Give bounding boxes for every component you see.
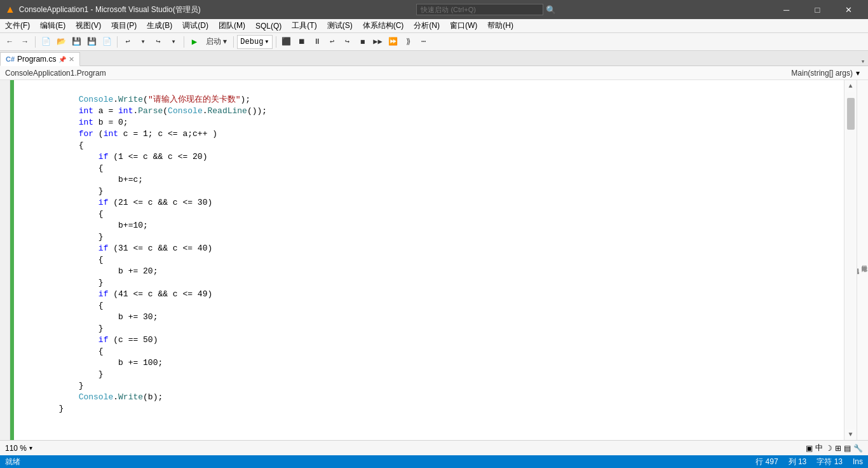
status-text: 就绪 <box>5 457 20 467</box>
toolbar-separator-4 <box>233 36 234 48</box>
menu-edit[interactable]: 编辑(E) <box>35 19 71 33</box>
right-panel: ▲ ▼ <box>844 80 857 440</box>
icon-1[interactable]: ▣ <box>806 444 813 453</box>
icon-3[interactable]: ☽ <box>825 444 832 453</box>
breadcrumb-bar: ConsoleApplication1.Program Main(string[… <box>0 66 868 80</box>
toolbar-separator-5 <box>276 36 276 48</box>
main-area: Console.Write("请输入你现在的关卡数"); int a = int… <box>0 80 868 440</box>
toolbar-btn-f[interactable]: ◼ <box>356 35 370 49</box>
search-icon[interactable]: 🔍 <box>546 5 556 15</box>
toolbar-btn5[interactable]: 📄 <box>100 35 114 49</box>
menu-view[interactable]: 视图(V) <box>71 19 106 33</box>
debug-dropdown-arrow[interactable]: ▾ <box>264 37 269 46</box>
toolbar-btn-b[interactable]: ⏹ <box>295 35 309 49</box>
minimize-button[interactable]: ─ <box>772 0 801 19</box>
code-line-5: { <box>19 141 83 150</box>
titlebar: ▲ ConsoleApplication1 - Microsoft Visual… <box>0 0 868 19</box>
scroll-down-button[interactable]: ▼ <box>845 429 857 440</box>
col-indicator: 列 13 <box>789 457 807 467</box>
tab-scroll-right[interactable]: ▾ <box>858 57 868 65</box>
code-line-17: } <box>19 278 104 287</box>
code-editor[interactable]: Console.Write("请输入你现在的关卡数"); int a = int… <box>14 80 844 440</box>
code-line-22: if (c == 50) <box>19 335 158 345</box>
breadcrumb-scroll[interactable]: ▾ <box>853 69 863 78</box>
redo-button[interactable]: ↪ <box>151 35 165 49</box>
code-line-23: { <box>19 347 104 356</box>
tab-label: Program.cs <box>17 55 56 64</box>
tab-program-cs[interactable]: C# Program.cs 📌 ✕ <box>0 52 80 66</box>
breadcrumb-left[interactable]: ConsoleApplication1.Program <box>5 69 398 78</box>
restore-button[interactable]: □ <box>803 0 832 19</box>
menu-build[interactable]: 生成(B) <box>142 19 177 33</box>
toolbar-btn-i[interactable]: ⟫ <box>402 35 416 49</box>
menu-team[interactable]: 团队(M) <box>214 19 250 33</box>
undo-button[interactable]: ↩ <box>121 35 135 49</box>
tabbar: C# Program.cs 📌 ✕ ▾ <box>0 51 868 66</box>
zoom-value: 110 % <box>5 444 27 453</box>
start-label[interactable]: 启动 ▾ <box>203 35 230 49</box>
tab-pin-icon[interactable]: 📌 <box>58 56 66 63</box>
menu-analyze[interactable]: 分析(N) <box>409 19 445 33</box>
forward-button[interactable]: → <box>18 35 32 49</box>
close-button[interactable]: ✕ <box>834 0 863 19</box>
ins-mode: Ins <box>853 457 863 466</box>
icon-4[interactable]: ⊞ <box>835 444 841 453</box>
new-project-button[interactable]: 📄 <box>39 35 53 49</box>
menu-tools[interactable]: 工具(T) <box>287 19 322 33</box>
zoom-dropdown-icon[interactable]: ▾ <box>29 444 32 451</box>
code-line-4: for (int c = 1; c <= a;c++ ) <box>19 129 217 139</box>
menu-test[interactable]: 测试(S) <box>322 19 358 33</box>
breadcrumb-right[interactable]: Main(string[] args) <box>791 69 853 78</box>
toolbar-btn-d[interactable]: ↩ <box>325 35 339 49</box>
code-line-1: Console.Write("请输入你现在的关卡数"); <box>19 95 250 104</box>
open-button[interactable]: 📂 <box>54 35 68 49</box>
menu-help[interactable]: 帮助(H) <box>482 19 519 33</box>
icon-5[interactable]: ▤ <box>844 444 851 453</box>
toolbar-btn-h[interactable]: ⏩ <box>386 35 400 49</box>
code-line-7: { <box>19 163 104 173</box>
tab-close-button[interactable]: ✕ <box>69 55 74 64</box>
code-line-25: } <box>19 369 104 379</box>
quick-launch-input[interactable] <box>416 4 543 15</box>
menu-file[interactable]: 文件(F) <box>0 19 35 33</box>
toolbar-separator-2 <box>117 36 118 48</box>
save-all-button[interactable]: 💾 <box>85 35 98 49</box>
code-line-6: if (1 <= c && c <= 20) <box>19 152 207 162</box>
toolbar-btn-j[interactable]: ⋯ <box>417 35 431 49</box>
toolbar-btn-a[interactable]: ⬛ <box>280 35 294 49</box>
menu-project[interactable]: 项目(P) <box>106 19 142 33</box>
redo-dropdown[interactable]: ▾ <box>166 35 180 49</box>
code-line-12: b+=10; <box>19 221 148 230</box>
tab-cs-icon: C# <box>6 55 15 63</box>
code-line-19: { <box>19 301 104 310</box>
code-line-18: if (41 <= c && c <= 49) <box>19 289 212 299</box>
scroll-up-button[interactable]: ▲ <box>845 80 857 92</box>
menu-sql[interactable]: SQL(Q) <box>250 19 287 33</box>
scrollbar-thumb[interactable] <box>847 98 855 130</box>
save-button[interactable]: 💾 <box>69 35 83 49</box>
zoom-area: 110 % ▾ <box>5 444 32 453</box>
menu-window[interactable]: 窗口(W) <box>445 19 482 33</box>
icon-6[interactable]: 🔧 <box>853 444 863 453</box>
menu-debug[interactable]: 调试(D) <box>177 19 214 33</box>
statusbar-right: 行 497 列 13 字符 13 Ins <box>756 457 863 467</box>
back-button[interactable]: ← <box>3 35 17 49</box>
vertical-scrollbar[interactable] <box>846 92 855 429</box>
toolbar-separator-3 <box>184 36 184 48</box>
editor-wrapper: Console.Write("请输入你现在的关卡数"); int a = int… <box>14 80 844 440</box>
menu-architecture[interactable]: 体系结构(C) <box>358 19 409 33</box>
infobar: 110 % ▾ ▣ 中 ☽ ⊞ ▤ 🔧 <box>0 440 868 455</box>
code-line-16: b += 20; <box>19 266 158 276</box>
code-line-15: { <box>19 255 104 265</box>
toolbar-btn-g[interactable]: ▶▶ <box>371 35 385 49</box>
debug-config-label: Debug <box>240 38 263 46</box>
char-indicator: 字符 13 <box>817 457 843 467</box>
start-button[interactable]: ▶ <box>187 35 201 49</box>
code-line-9: } <box>19 186 104 196</box>
icon-2[interactable]: 中 <box>815 443 823 453</box>
undo-dropdown[interactable]: ▾ <box>136 35 150 49</box>
toolbar-btn-e[interactable]: ↪ <box>341 35 355 49</box>
toolbar-btn-c[interactable]: ⏸ <box>310 35 324 49</box>
code-line-8: b+=c; <box>19 175 143 184</box>
debug-config-dropdown[interactable]: Debug ▾ <box>237 35 272 49</box>
